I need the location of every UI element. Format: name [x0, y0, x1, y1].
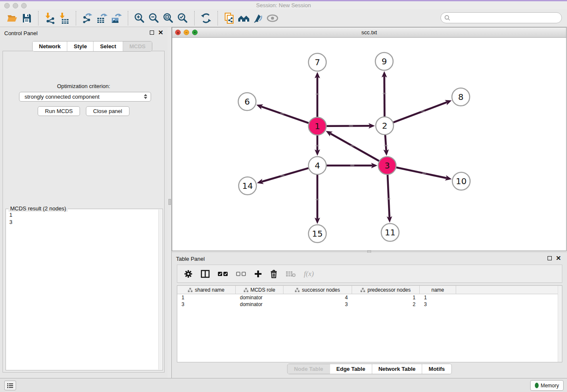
graph-edge-4-14[interactable]	[262, 168, 308, 182]
graph-edge-2-3[interactable]	[385, 135, 386, 151]
app-title: Session: New Session	[0, 2, 567, 8]
graph-node-label: 8	[458, 92, 464, 102]
edge-label	[350, 165, 355, 166]
splitter-grip[interactable]	[168, 199, 171, 205]
tab-network-table[interactable]: Network Table	[372, 364, 422, 374]
tab-motifs[interactable]: Motifs	[422, 364, 451, 374]
memory-status-icon	[535, 383, 539, 388]
run-mcds-button[interactable]: Run MCDS	[38, 106, 80, 116]
graph-node-label: 2	[382, 121, 388, 131]
tab-edge-table[interactable]: Edge Table	[330, 364, 372, 374]
column-header-successor-nodes[interactable]: successor nodes	[284, 286, 352, 294]
toolbar-separator	[76, 11, 76, 25]
main-toolbar	[0, 9, 567, 27]
zoom-in-icon[interactable]	[132, 11, 147, 25]
edge-label	[350, 145, 355, 147]
mcds-result-text[interactable]: 1 3	[7, 210, 157, 369]
control-panel: Control Panel ✕ Network Style Select MCD…	[0, 27, 168, 378]
float-panel-icon[interactable]	[150, 30, 154, 35]
column-header-name[interactable]: name	[420, 286, 456, 294]
tab-node-table[interactable]: Node Table	[288, 364, 330, 374]
graph-edge-2-8[interactable]	[394, 102, 447, 122]
memory-label: Memory	[541, 383, 559, 389]
table-cell: 1	[420, 294, 456, 301]
column-settings-icon[interactable]	[184, 270, 193, 278]
column-header-shared-name[interactable]: shared name	[177, 286, 236, 294]
refresh-view-icon[interactable]	[199, 11, 213, 25]
first-neighbors-icon[interactable]	[237, 11, 251, 25]
graph-edge-1-2[interactable]	[327, 126, 370, 126]
edge-label	[387, 198, 391, 200]
edge-label	[315, 145, 319, 147]
table-cell: 3	[177, 301, 236, 308]
edge-label	[383, 93, 387, 94]
delete-row-icon[interactable]	[270, 270, 278, 278]
search-input[interactable]	[453, 15, 561, 21]
split-pane-icon[interactable]	[201, 270, 210, 278]
clone-network-icon[interactable]	[222, 11, 237, 25]
table-row[interactable]: 3dominator323	[177, 301, 562, 308]
tab-style[interactable]: Style	[67, 41, 93, 51]
column-header-label: name	[431, 287, 444, 293]
tab-select[interactable]: Select	[93, 41, 122, 51]
close-panel-button[interactable]: Close panel	[86, 106, 129, 116]
edge-label	[421, 110, 425, 112]
graph-node-label: 1	[315, 121, 320, 131]
zoom-out-icon[interactable]	[147, 11, 161, 25]
toolbar-separator	[194, 11, 195, 25]
select-all-icon[interactable]	[218, 271, 228, 276]
table-panel-title: Table Panel	[176, 256, 205, 262]
graph-edge-3-10[interactable]	[396, 168, 447, 178]
task-history-button[interactable]	[4, 381, 16, 390]
toolbar-separator	[128, 11, 128, 25]
tab-mcds[interactable]: MCDS	[123, 41, 152, 51]
graph-edge-3-11[interactable]	[388, 175, 389, 218]
memory-button[interactable]: Memory	[530, 380, 564, 391]
float-panel-icon[interactable]	[548, 256, 552, 260]
table-row[interactable]: 1dominator411	[177, 294, 562, 301]
zoom-fit-icon[interactable]	[161, 11, 176, 25]
graph-edge-3-1[interactable]	[330, 133, 379, 161]
select-stepper-icon	[144, 94, 147, 99]
column-header-MCDS-role[interactable]: MCDS role	[236, 286, 284, 294]
table-tabs: Node Table Edge Table Network Table Moti…	[287, 364, 452, 374]
tab-network[interactable]: Network	[33, 41, 67, 51]
table-cell: 1	[177, 294, 236, 301]
column-header-label: MCDS role	[250, 287, 275, 293]
export-table-icon[interactable]	[95, 11, 109, 25]
table-cell: 3	[420, 301, 456, 308]
close-panel-icon[interactable]: ✕	[158, 30, 163, 35]
column-header-label: successor nodes	[302, 287, 340, 293]
graph-node-label: 15	[312, 229, 322, 239]
edge-label	[349, 125, 353, 127]
deselect-all-icon[interactable]	[236, 271, 246, 276]
table-scrollbar[interactable]	[558, 286, 562, 362]
network-window-titlebar[interactable]: x − + scc.txt	[172, 28, 566, 38]
graphics-details-icon[interactable]	[251, 11, 265, 25]
zoom-selected-icon[interactable]	[176, 11, 190, 25]
export-network-icon[interactable]	[80, 11, 95, 25]
result-scrollbar[interactable]	[158, 210, 162, 370]
search-field[interactable]	[440, 12, 562, 23]
graph-node-label: 7	[315, 57, 320, 67]
export-image-icon[interactable]	[109, 11, 124, 25]
graph-edge-1-6[interactable]	[261, 107, 308, 123]
network-canvas[interactable]: 7968124314101511	[172, 38, 566, 251]
import-table-icon[interactable]	[57, 11, 72, 25]
vertical-splitter[interactable]	[168, 27, 172, 378]
graph-node-label: 4	[315, 160, 320, 171]
graph-node-label: 11	[385, 227, 395, 237]
close-panel-icon[interactable]: ✕	[556, 256, 561, 260]
open-session-icon[interactable]	[5, 11, 19, 25]
add-row-icon[interactable]	[254, 270, 262, 278]
node-table: shared nameMCDS rolesuccessor nodesprede…	[177, 285, 562, 362]
toolbar-separator	[217, 11, 218, 25]
control-panel-tabs: Network Style Select MCDS	[32, 41, 152, 52]
table-cell: 3	[284, 301, 352, 308]
save-session-icon[interactable]	[19, 11, 34, 25]
import-network-icon[interactable]	[43, 11, 57, 25]
graph-edge-2-9[interactable]	[384, 76, 385, 116]
optimization-criterion-select[interactable]: strongly connected component	[19, 92, 151, 102]
optimization-criterion-label: Optimization criterion:	[3, 83, 164, 89]
column-header-predecessor-nodes[interactable]: predecessor nodes	[352, 286, 420, 294]
